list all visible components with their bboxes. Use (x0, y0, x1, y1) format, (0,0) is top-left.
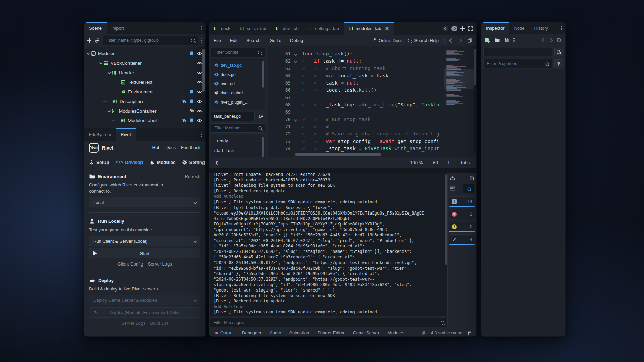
make-floating-icon[interactable] (467, 38, 472, 43)
script-history-back-icon[interactable] (443, 26, 448, 31)
menu-search[interactable]: Search (242, 38, 265, 43)
save-resource-icon[interactable] (504, 37, 509, 43)
tab-scene[interactable]: Scene (84, 22, 107, 34)
editor-tab-modules-tab[interactable]: modules_tab (344, 22, 394, 35)
resource-options-icon[interactable] (513, 40, 515, 41)
toggle-scripts-panel-icon[interactable] (215, 160, 220, 165)
rivet-subtab-develop[interactable]: </>Develop (116, 160, 143, 165)
scene-filter-options-icon[interactable] (201, 40, 202, 41)
add-node-icon[interactable] (87, 38, 91, 43)
attached-script-icon[interactable] (189, 51, 194, 56)
bottom-tab-modules[interactable]: Modules (383, 330, 408, 335)
tab-filesystem[interactable]: FileSystem (84, 128, 116, 141)
tree-node-environment[interactable]: Environment (84, 87, 205, 96)
filter-properties-input[interactable]: Filter Properties (483, 59, 552, 68)
menu-debug[interactable]: Debug (286, 38, 308, 43)
output-search-button[interactable] (463, 184, 474, 193)
instance-scene-icon[interactable] (95, 38, 100, 43)
rivet-subtab-modules[interactable]: Modules (150, 160, 176, 165)
rivet-link-hub[interactable]: Hub (152, 145, 160, 150)
messages-filter-button[interactable]: !14 (449, 196, 475, 207)
visibility-eye-icon[interactable] (197, 118, 202, 123)
nav-back-icon[interactable] (449, 38, 454, 43)
filter-scripts-input[interactable]: Filter Scripts (211, 48, 265, 57)
warnings-filter-button[interactable]: !0 (449, 222, 475, 232)
refresh-button[interactable]: Refresh (185, 174, 200, 179)
attached-script-icon[interactable] (189, 99, 194, 104)
online-docs-button[interactable]: Online Docs (371, 38, 403, 43)
rivet-subtab-setup[interactable]: Setup (89, 160, 109, 165)
link-server-logs[interactable]: Server Logs (148, 261, 172, 267)
expand-arrow-icon[interactable] (87, 51, 90, 55)
bottom-tab-shader-editor[interactable]: Shader Editor (313, 330, 349, 335)
scene-dock-options-icon[interactable] (201, 28, 202, 29)
tree-node-vboxcontainer[interactable]: VBoxContainer (84, 58, 205, 68)
visibility-eye-icon[interactable] (197, 99, 202, 104)
script-item-rivet-plugin-[interactable]: rivet_plugin_... (211, 98, 265, 107)
visibility-eye-icon[interactable] (197, 61, 202, 66)
inspector-options-icon[interactable] (561, 28, 562, 29)
tab-node[interactable]: Node (509, 22, 529, 34)
property-filter-icon[interactable] (554, 59, 563, 68)
editor-tab-settings-tab[interactable]: settings_tab (304, 22, 344, 35)
method-list-scrollbar[interactable] (262, 137, 264, 157)
copy-log-icon[interactable] (469, 175, 474, 181)
script-item-rivet-gd[interactable]: rivet.gd (211, 79, 265, 88)
fold-arrow-icon[interactable] (294, 53, 297, 56)
expand-arrow-icon[interactable] (108, 109, 111, 112)
indent-type[interactable]: Tabs (460, 160, 470, 165)
collapse-duplicates-icon[interactable] (450, 186, 455, 191)
environment-select[interactable]: Local (89, 197, 200, 207)
edit-history-icon[interactable] (556, 37, 562, 43)
code-minimap[interactable] (444, 46, 474, 152)
scene-tree-scrollbar[interactable] (202, 49, 205, 92)
link-server-logs[interactable]: Server Logs (121, 321, 145, 326)
start-button[interactable]: Start (89, 248, 200, 258)
deploy-mode-select[interactable]: Deploy Game Server & Modules (89, 295, 200, 305)
rivet-link-docs[interactable]: Docs (165, 145, 176, 150)
bottom-tab-game-server[interactable]: Game Server (349, 330, 383, 335)
expand-arrow-icon[interactable] (108, 70, 111, 74)
new-script-icon[interactable] (460, 26, 465, 31)
tree-node-header[interactable]: Header (84, 68, 205, 77)
visibility-eye-icon[interactable] (197, 70, 202, 75)
search-documentation-icon[interactable] (554, 48, 563, 56)
nav-forward-icon[interactable] (458, 38, 462, 43)
inspector-forward-icon[interactable] (548, 38, 553, 42)
current-script-name[interactable]: task_panel.gd (211, 112, 255, 121)
bottom-tab-audio[interactable]: Audio (265, 330, 285, 335)
output-log[interactable]: [Rivet] Port update: backend=24721 edito… (210, 173, 448, 316)
run-mode-select[interactable]: Run Client & Server (Local) (89, 236, 200, 246)
sort-methods-icon[interactable] (256, 112, 265, 121)
method-item--ready[interactable]: _ready (211, 136, 265, 145)
inspector-back-icon[interactable] (541, 38, 546, 42)
editor-tab-setup-tab[interactable]: setup_tab (235, 22, 271, 35)
menu-edit[interactable]: Edit (225, 38, 242, 43)
visibility-eye-icon[interactable] (197, 51, 202, 56)
editor-tab-dev-tab[interactable]: dev_tab (271, 22, 304, 35)
search-help-button[interactable]: Search Help (408, 38, 439, 43)
visibility-eye-icon[interactable] (197, 89, 202, 94)
output-scrollbar[interactable] (445, 174, 447, 265)
scene-filter-input[interactable]: Filter: name, t:type, g:group (103, 36, 198, 45)
visibility-eye-icon[interactable] (197, 80, 202, 85)
tree-node-modulescontainer[interactable]: ModulesContainer% (84, 106, 205, 116)
visibility-eye-icon[interactable] (197, 108, 202, 114)
distraction-free-icon[interactable] (468, 26, 473, 31)
script-history-forward-icon[interactable] (451, 26, 457, 31)
script-item-rivet-global-[interactable]: rivet_global.... (211, 88, 265, 98)
expand-bottom-panel-icon[interactable] (467, 330, 472, 335)
filter-messages-input[interactable]: Filter Messages (210, 318, 448, 327)
tree-node-moduleslabel[interactable]: ModulesLabel% (84, 116, 205, 125)
menu-file[interactable]: File (209, 38, 225, 43)
script-item-dock-gd[interactable]: dock.gd (211, 70, 265, 79)
tree-node-modules[interactable]: Modules (84, 49, 205, 58)
bottom-tab-animation[interactable]: Animation (285, 330, 313, 335)
tab-inspector[interactable]: Inspector (481, 22, 509, 34)
rivet-link-feedback[interactable]: Feedback (181, 145, 200, 150)
tab-rivet[interactable]: Rivet (116, 128, 136, 141)
method-item-start-task[interactable]: start_task (211, 145, 265, 155)
notifications-bell-icon[interactable] (421, 330, 426, 335)
attached-script-icon[interactable] (189, 118, 194, 123)
editor-zoom-level[interactable]: 100 % (410, 160, 423, 165)
